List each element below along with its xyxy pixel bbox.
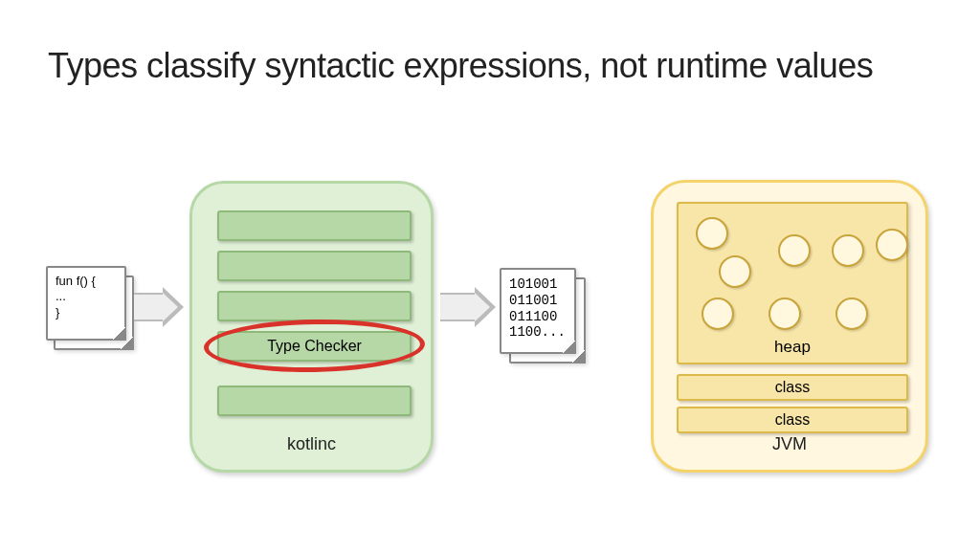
compiler-stage [217,386,412,416]
heap-object [778,234,811,267]
heap-label: heap [679,338,906,357]
heap-object [832,234,864,267]
bytecode-line: 011100 [509,309,567,325]
heap-object [702,298,734,330]
kotlinc-container: Type Checker kotlinc [189,181,434,473]
kotlinc-label: kotlinc [192,434,431,454]
slide-title: Types classify syntactic expressions, no… [48,46,932,86]
bytecode-file-front: 101001 011001 011100 1100... [500,268,576,354]
bytecode-line: 1100... [509,324,567,341]
bytecode-line: 101001 [509,276,567,293]
source-file-stack: fun f() { ... } [46,266,134,350]
heap-object [835,298,868,330]
source-file-front: fun f() { ... } [46,266,126,341]
heap-object [719,255,751,288]
jvm-container: heap class class JVM [651,180,928,473]
class-box: class [677,374,908,401]
heap-object [696,217,728,250]
source-line: } [56,305,117,320]
bytecode-line: 011001 [509,293,567,309]
source-line: fun f() { [56,274,117,289]
compiler-stage [217,291,412,321]
compiler-stage [217,210,412,241]
heap-object [768,298,801,330]
source-line: ... [56,289,117,304]
arrow-icon [134,287,184,327]
arrow-icon [440,287,496,327]
jvm-label: JVM [654,434,925,454]
heap-object [876,229,908,261]
bytecode-file-stack: 101001 011001 011100 1100... [500,268,591,360]
compiler-stage [217,251,412,281]
heap-box: heap [677,202,908,364]
type-checker-stage: Type Checker [217,331,412,362]
class-box: class [677,407,908,433]
